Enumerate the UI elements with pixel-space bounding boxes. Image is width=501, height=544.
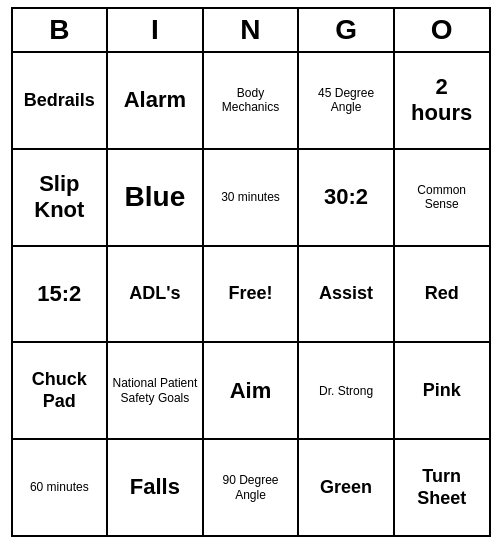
bingo-cell-4-0: 60 minutes <box>13 440 109 535</box>
bingo-cell-4-4: Turn Sheet <box>395 440 489 535</box>
header-letter-i: I <box>108 9 204 51</box>
bingo-cell-4-3: Green <box>299 440 395 535</box>
bingo-body: BedrailsAlarmBody Mechanics45 Degree Ang… <box>13 53 489 535</box>
bingo-cell-3-4: Pink <box>395 343 489 438</box>
bingo-cell-0-2: Body Mechanics <box>204 53 300 148</box>
bingo-cell-0-3: 45 Degree Angle <box>299 53 395 148</box>
bingo-cell-1-4: Common Sense <box>395 150 489 245</box>
bingo-cell-4-2: 90 Degree Angle <box>204 440 300 535</box>
header-letter-n: N <box>204 9 300 51</box>
bingo-cell-2-2: Free! <box>204 247 300 342</box>
bingo-row-1: Slip KnotBlue30 minutes30:2Common Sense <box>13 150 489 247</box>
bingo-card: BINGO BedrailsAlarmBody Mechanics45 Degr… <box>11 7 491 537</box>
bingo-cell-2-1: ADL's <box>108 247 204 342</box>
bingo-cell-1-1: Blue <box>108 150 204 245</box>
bingo-cell-1-0: Slip Knot <box>13 150 109 245</box>
bingo-cell-4-1: Falls <box>108 440 204 535</box>
bingo-cell-1-2: 30 minutes <box>204 150 300 245</box>
bingo-row-3: Chuck PadNational Patient Safety GoalsAi… <box>13 343 489 440</box>
bingo-row-2: 15:2ADL'sFree!AssistRed <box>13 247 489 344</box>
bingo-row-0: BedrailsAlarmBody Mechanics45 Degree Ang… <box>13 53 489 150</box>
header-letter-o: O <box>395 9 489 51</box>
bingo-cell-3-1: National Patient Safety Goals <box>108 343 204 438</box>
bingo-cell-3-2: Aim <box>204 343 300 438</box>
bingo-cell-0-0: Bedrails <box>13 53 109 148</box>
bingo-row-4: 60 minutesFalls90 Degree AngleGreenTurn … <box>13 440 489 535</box>
bingo-cell-0-4: 2 hours <box>395 53 489 148</box>
bingo-cell-2-0: 15:2 <box>13 247 109 342</box>
bingo-cell-2-4: Red <box>395 247 489 342</box>
bingo-cell-0-1: Alarm <box>108 53 204 148</box>
bingo-cell-3-3: Dr. Strong <box>299 343 395 438</box>
bingo-header: BINGO <box>13 9 489 53</box>
bingo-cell-1-3: 30:2 <box>299 150 395 245</box>
header-letter-b: B <box>13 9 109 51</box>
header-letter-g: G <box>299 9 395 51</box>
bingo-cell-2-3: Assist <box>299 247 395 342</box>
bingo-cell-3-0: Chuck Pad <box>13 343 109 438</box>
